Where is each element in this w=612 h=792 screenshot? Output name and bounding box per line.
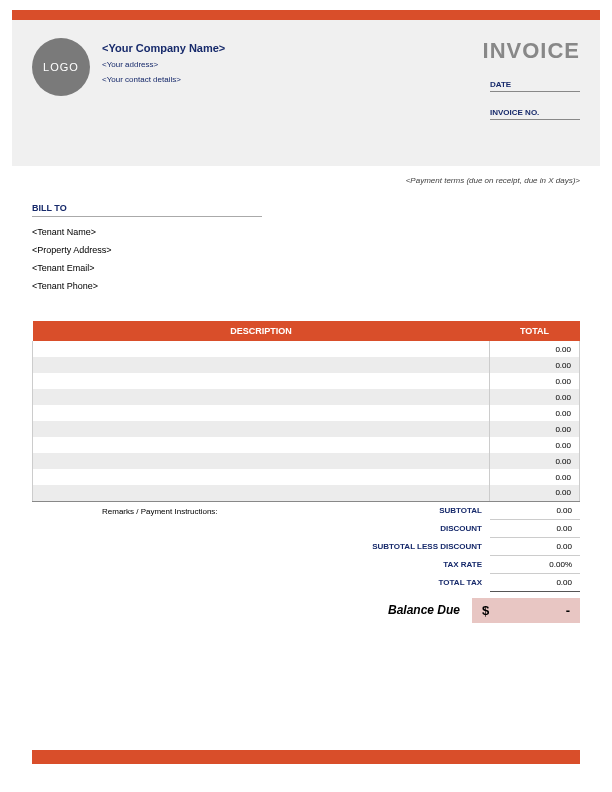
- summary-section: Remarks / Payment Instructions: SUBTOTAL…: [32, 502, 580, 592]
- row-total: 0.00: [490, 341, 580, 357]
- summary-discount-row: DISCOUNT 0.00: [320, 519, 580, 537]
- discount-value: 0.00: [490, 519, 580, 537]
- company-address: <Your address>: [102, 60, 225, 69]
- subtotal-label: SUBTOTAL: [320, 502, 490, 520]
- row-description: [33, 453, 490, 469]
- tenant-email: <Tenant Email>: [32, 263, 580, 273]
- header-total: TOTAL: [490, 321, 580, 341]
- header-left: LOGO <Your Company Name> <Your address> …: [32, 38, 225, 136]
- table-row: 0.00: [33, 373, 580, 389]
- row-total: 0.00: [490, 453, 580, 469]
- tenant-name: <Tenant Name>: [32, 227, 580, 237]
- table-row: 0.00: [33, 485, 580, 501]
- row-description: [33, 485, 490, 501]
- row-total: 0.00: [490, 373, 580, 389]
- balance-amount: -: [566, 603, 570, 618]
- bill-to-label: BILL TO: [32, 203, 262, 217]
- table-row: 0.00: [33, 389, 580, 405]
- company-contact: <Your contact details>: [102, 75, 225, 84]
- totaltax-value: 0.00: [490, 573, 580, 591]
- row-total: 0.00: [490, 357, 580, 373]
- remarks-label: Remarks / Payment Instructions:: [32, 502, 320, 592]
- summary-totaltax-row: TOTAL TAX 0.00: [320, 573, 580, 591]
- table-row: 0.00: [33, 453, 580, 469]
- bill-to-section: BILL TO <Tenant Name> <Property Address>…: [32, 203, 580, 291]
- table-row: 0.00: [33, 357, 580, 373]
- subtotal-less-label: SUBTOTAL LESS DISCOUNT: [320, 537, 490, 555]
- balance-due-value: $ -: [472, 598, 580, 623]
- row-description: [33, 341, 490, 357]
- subtotal-less-value: 0.00: [490, 537, 580, 555]
- header-description: DESCRIPTION: [33, 321, 490, 341]
- balance-row: Balance Due $ -: [32, 598, 580, 623]
- table-row: 0.00: [33, 437, 580, 453]
- company-info: <Your Company Name> <Your address> <Your…: [102, 38, 225, 136]
- row-total: 0.00: [490, 389, 580, 405]
- totaltax-label: TOTAL TAX: [320, 573, 490, 591]
- row-description: [33, 421, 490, 437]
- line-items-table: DESCRIPTION TOTAL 0.000.000.000.000.000.…: [32, 321, 580, 502]
- subtotal-value: 0.00: [490, 502, 580, 520]
- row-total: 0.00: [490, 421, 580, 437]
- summary-table: SUBTOTAL 0.00 DISCOUNT 0.00 SUBTOTAL LES…: [320, 502, 580, 592]
- row-description: [33, 357, 490, 373]
- row-total: 0.00: [490, 437, 580, 453]
- invoice-number-label: INVOICE NO.: [490, 108, 580, 120]
- table-header-row: DESCRIPTION TOTAL: [33, 321, 580, 341]
- row-total: 0.00: [490, 485, 580, 501]
- table-row: 0.00: [33, 405, 580, 421]
- invoice-date-label: DATE: [490, 80, 580, 92]
- logo-placeholder: LOGO: [32, 38, 90, 96]
- row-description: [33, 469, 490, 485]
- balance-due-label: Balance Due: [388, 603, 472, 617]
- taxrate-label: TAX RATE: [320, 555, 490, 573]
- row-description: [33, 405, 490, 421]
- top-accent-bar: [12, 10, 600, 20]
- bottom-accent-bar: [32, 750, 580, 764]
- property-address: <Property Address>: [32, 245, 580, 255]
- balance-currency: $: [482, 603, 489, 618]
- header-right: INVOICE DATE INVOICE NO.: [483, 38, 580, 136]
- summary-taxrate-row: TAX RATE 0.00%: [320, 555, 580, 573]
- row-total: 0.00: [490, 469, 580, 485]
- row-description: [33, 389, 490, 405]
- table-row: 0.00: [33, 469, 580, 485]
- summary-subtotal-row: SUBTOTAL 0.00: [320, 502, 580, 520]
- payment-terms: <Payment terms (due on receipt, due in X…: [0, 176, 580, 185]
- summary-subtotal-less-row: SUBTOTAL LESS DISCOUNT 0.00: [320, 537, 580, 555]
- table-row: 0.00: [33, 421, 580, 437]
- table-row: 0.00: [33, 341, 580, 357]
- row-description: [33, 373, 490, 389]
- invoice-title: INVOICE: [483, 38, 580, 64]
- tenant-phone: <Tenant Phone>: [32, 281, 580, 291]
- taxrate-value: 0.00%: [490, 555, 580, 573]
- company-name: <Your Company Name>: [102, 42, 225, 54]
- row-description: [33, 437, 490, 453]
- discount-label: DISCOUNT: [320, 519, 490, 537]
- row-total: 0.00: [490, 405, 580, 421]
- header-section: LOGO <Your Company Name> <Your address> …: [12, 20, 600, 166]
